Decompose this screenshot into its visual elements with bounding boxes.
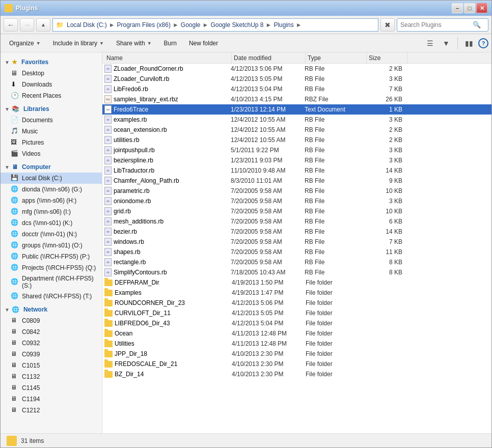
sidebar-item-dcs[interactable]: 🌐 dcs (\\mn-s01) (K:): [1, 217, 102, 229]
table-row[interactable]: rb grid.rb 7/20/2005 9:58 AM RB File 10 …: [102, 206, 491, 216]
file-list[interactable]: rb ZLoader_RoundCorner.rb 4/12/2013 5:06…: [102, 64, 491, 433]
search-button[interactable]: 🔍: [472, 20, 482, 30]
table-row[interactable]: rb windows.rb 7/20/2005 9:58 AM RB File …: [102, 237, 491, 247]
sidebar-item-department[interactable]: 🌐 Department (\\RCH-FPS5) (S:): [1, 273, 102, 291]
sidebar-item-groups[interactable]: 🌐 groups (\\mn-s01) (O:): [1, 240, 102, 251]
breadcrumb-part-2[interactable]: Program Files (x86): [117, 21, 171, 29]
table-row[interactable]: JPP_Dir_18 4/10/2013 2:30 PM File folder: [102, 349, 491, 359]
back-button[interactable]: ←: [4, 18, 18, 32]
help-button[interactable]: ?: [478, 38, 488, 48]
table-row[interactable]: rb oniondome.rb 7/20/2005 9:58 AM RB Fil…: [102, 196, 491, 206]
forward-button[interactable]: →: [20, 18, 34, 32]
col-header-size[interactable]: Size: [367, 52, 407, 63]
sidebar-item-videos[interactable]: 🎬 Videos: [1, 148, 102, 159]
table-row[interactable]: ROUNDCORNER_Dir_23 4/12/2013 5:06 PM Fil…: [102, 298, 491, 308]
table-row[interactable]: rb bezier.rb 7/20/2005 9:58 AM RB File 1…: [102, 227, 491, 237]
table-row[interactable]: Utilities 4/11/2013 12:48 PM File folder: [102, 339, 491, 349]
file-name: mesh_additions.rb: [114, 218, 231, 225]
table-row[interactable]: LIBFREDO6_Dir_43 4/12/2013 5:04 PM File …: [102, 318, 491, 328]
sidebar-item-local-disk[interactable]: 💾 Local Disk (C:): [1, 173, 102, 184]
refresh-button[interactable]: ✖: [380, 18, 395, 32]
sidebar-item-documents[interactable]: 📄 Documents: [1, 115, 102, 126]
table-row[interactable]: rb rectangle.rb 7/20/2005 9:58 AM RB Fil…: [102, 257, 491, 267]
table-row[interactable]: rb ocean_extension.rb 12/4/2012 10:55 AM…: [102, 125, 491, 135]
close-button[interactable]: ✕: [476, 3, 487, 13]
burn-button[interactable]: Burn: [158, 36, 182, 50]
table-row[interactable]: rb bezierspline.rb 1/23/2011 9:03 PM RB …: [102, 155, 491, 165]
sidebar-header-libraries[interactable]: ▼ 📚 Libraries: [1, 103, 102, 115]
sidebar-item-public[interactable]: 🌐 Public (\\RCH-FPS5) (P:): [1, 251, 102, 262]
sidebar-item-music[interactable]: 🎵 Music: [1, 126, 102, 137]
sidebar-item-c1212[interactable]: 🖥 C1212: [1, 405, 102, 416]
sidebar-item-desktop[interactable]: 🖥 Desktop: [1, 68, 102, 79]
table-row[interactable]: txt Fredo6Trace 1/23/2013 12:14 PM Text …: [102, 104, 491, 115]
sidebar-item-c0932[interactable]: 🖥 C0932: [1, 338, 102, 349]
sidebar-item-c0809[interactable]: 🖥 C0809: [1, 315, 102, 326]
sidebar-item-pictures[interactable]: 🖼 Pictures: [1, 137, 102, 148]
table-row[interactable]: Ocean 4/11/2013 12:48 PM File folder: [102, 328, 491, 339]
breadcrumb-part-1[interactable]: Local Disk (C:): [67, 21, 107, 29]
table-row[interactable]: rb LibFredo6.rb 4/12/2013 5:04 PM RB Fil…: [102, 84, 491, 94]
table-row[interactable]: rb Chamfer_Along_Path.rb 8/3/2010 11:01 …: [102, 176, 491, 186]
sidebar-item-c1194[interactable]: 🖥 C1194: [1, 394, 102, 405]
table-row[interactable]: DEFPARAM_Dir 4/19/2013 1:50 PM File fold…: [102, 277, 491, 288]
sidebar-item-dionda[interactable]: 🌐 dionda (\\mn-s06) (G:): [1, 184, 102, 195]
sidebar-item-c0809-label: C0809: [22, 317, 40, 324]
table-row[interactable]: FREDOSCALE_Dir_21 4/10/2013 2:30 PM File…: [102, 359, 491, 369]
desktop-icon: 🖥: [11, 69, 19, 77]
main-content: ▼ ★ Favorites 🖥 Desktop ⬇ Downloads 🕐 Re…: [1, 52, 491, 433]
sidebar-item-c1015[interactable]: 🖥 C1015: [1, 360, 102, 371]
table-row[interactable]: BZ_Dir_14 4/10/2013 2:30 PM File folder: [102, 369, 491, 379]
breadcrumb-part-3[interactable]: Google: [181, 21, 201, 29]
sidebar-item-docctr[interactable]: 🌐 docctr (\\mn-01) (N:): [1, 229, 102, 240]
file-date: 4/12/2013 5:06 PM: [232, 299, 306, 306]
sidebar-item-recent-places[interactable]: 🕐 Recent Places: [1, 90, 102, 101]
sidebar-item-projects[interactable]: 🌐 Projects (\\RCH-FPS5) (Q:): [1, 262, 102, 273]
minimize-button[interactable]: –: [452, 3, 463, 13]
search-input[interactable]: [400, 21, 472, 29]
sidebar-item-c1145[interactable]: 🖥 C1145: [1, 382, 102, 394]
maximize-button[interactable]: □: [464, 3, 475, 13]
sidebar-item-c1194-label: C1194: [22, 396, 40, 403]
table-row[interactable]: CURVILOFT_Dir_11 4/12/2013 5:05 PM File …: [102, 308, 491, 318]
table-row[interactable]: rb LibTraductor.rb 11/10/2010 9:48 AM RB…: [102, 165, 491, 176]
col-header-date[interactable]: Date modified: [232, 52, 306, 63]
rb-file-icon: rb: [104, 248, 112, 256]
col-header-type[interactable]: Type: [306, 52, 367, 63]
breadcrumb-part-4[interactable]: Google SketchUp 8: [210, 21, 263, 29]
sidebar-header-network[interactable]: ▼ 🌐 Network: [1, 304, 102, 315]
table-row[interactable]: rb mesh_additions.rb 7/20/2005 9:58 AM R…: [102, 216, 491, 227]
sidebar-item-mfg[interactable]: 🌐 mfg (\\mn-s06) (I:): [1, 206, 102, 217]
view-options-button[interactable]: ☰: [423, 36, 437, 50]
table-row[interactable]: rbz samples_library_ext.rbz 4/10/2013 4:…: [102, 94, 491, 104]
organize-button[interactable]: Organize ▼: [4, 36, 46, 50]
table-row[interactable]: rb jointpushpull.rb 5/1/2011 9:22 PM RB …: [102, 145, 491, 155]
sidebar-item-c0939[interactable]: 🖥 C0939: [1, 349, 102, 360]
table-row[interactable]: rb shapes.rb 7/20/2005 9:58 AM RB File 1…: [102, 247, 491, 257]
table-row[interactable]: rb SimplifyContours.rb 7/18/2005 10:43 A…: [102, 267, 491, 277]
col-header-name[interactable]: Name: [104, 52, 232, 63]
address-bar[interactable]: 📁 Local Disk (C:) ► Program Files (x86) …: [52, 18, 378, 32]
preview-pane-button[interactable]: ▮▮: [462, 36, 476, 50]
file-name: BZ_Dir_14: [115, 371, 232, 378]
sidebar-item-shared[interactable]: 🌐 Shared (\\RCH-FPS5) (T:): [1, 291, 102, 302]
breadcrumb: Local Disk (C:) ► Program Files (x86) ► …: [67, 21, 303, 29]
sidebar-header-computer[interactable]: ▼ 🖥 Computer: [1, 161, 102, 173]
sidebar-item-c1132[interactable]: 🖥 C1132: [1, 371, 102, 382]
breadcrumb-part-5[interactable]: Plugins: [274, 21, 293, 29]
sidebar-item-apps[interactable]: 🌐 apps (\\mn-s06) (H:): [1, 195, 102, 206]
table-row[interactable]: rb ZLoader_RoundCorner.rb 4/12/2013 5:06…: [102, 64, 491, 74]
sidebar-item-c0842[interactable]: 🖥 C0842: [1, 326, 102, 338]
table-row[interactable]: Examples 4/19/2013 1:47 PM File folder: [102, 288, 491, 298]
share-with-button[interactable]: Share with ▼: [111, 36, 157, 50]
sidebar-header-favorites[interactable]: ▼ ★ Favorites: [1, 57, 102, 68]
table-row[interactable]: rb utilities.rb 12/4/2012 10:55 AM RB Fi…: [102, 135, 491, 145]
table-row[interactable]: rb parametric.rb 7/20/2005 9:58 AM RB Fi…: [102, 186, 491, 196]
include-library-button[interactable]: Include in library ▼: [47, 36, 110, 50]
up-button[interactable]: ▲: [36, 18, 50, 32]
view-dropdown-button[interactable]: ▼: [439, 36, 453, 50]
sidebar-item-downloads[interactable]: ⬇ Downloads: [1, 79, 102, 90]
table-row[interactable]: rb examples.rb 12/4/2012 10:55 AM RB Fil…: [102, 115, 491, 125]
table-row[interactable]: rb ZLoader_Curviloft.rb 4/12/2013 5:05 P…: [102, 74, 491, 84]
new-folder-button[interactable]: New folder: [183, 36, 224, 50]
